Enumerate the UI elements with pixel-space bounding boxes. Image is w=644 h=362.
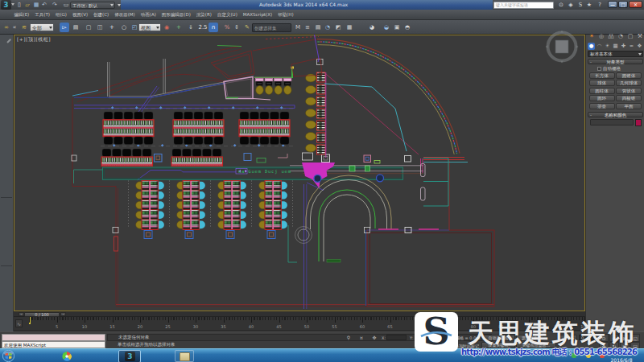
communication-center-icon[interactable]: ◈ xyxy=(567,2,575,9)
mirror-icon[interactable]: M xyxy=(293,23,303,32)
favorites-star-icon[interactable]: ★ xyxy=(585,2,593,9)
x-coordinate-field[interactable] xyxy=(386,335,407,341)
object-color-swatch[interactable] xyxy=(635,119,642,126)
save-icon[interactable]: ▦ xyxy=(33,2,39,8)
menu-item-5[interactable]: 修改器(M) xyxy=(112,10,138,20)
schematic-view-icon[interactable]: ▦ xyxy=(345,23,354,32)
subtab-lights[interactable]: ☀ xyxy=(604,43,611,50)
object-type-button-8[interactable]: 茶壶 xyxy=(589,103,615,109)
kbd-override-icon[interactable]: ⇓ xyxy=(186,23,196,32)
maximize-button[interactable]: ▢ xyxy=(618,1,628,8)
subtab-systems[interactable]: ❖ xyxy=(636,43,643,50)
exchange-icon[interactable]: S xyxy=(576,2,584,9)
app-logo-caret-icon[interactable] xyxy=(11,3,14,6)
time-slider-handle[interactable]: 0 / 100 xyxy=(24,312,60,317)
object-type-button-1[interactable]: 圆锥体 xyxy=(616,72,642,79)
menu-item-7[interactable]: 图形编辑器(D) xyxy=(159,10,193,20)
tab-motion[interactable]: ◔ xyxy=(617,33,625,40)
bind-spacewarp-icon[interactable]: ≋ xyxy=(19,23,29,32)
move-icon[interactable]: + xyxy=(107,23,117,32)
subtab-cameras[interactable]: ▦ xyxy=(612,43,619,50)
menu-item-10[interactable]: MAXScript(X) xyxy=(240,10,275,20)
object-type-button-3[interactable]: 几何球体 xyxy=(616,80,642,86)
menu-item-3[interactable]: 视图(V) xyxy=(70,10,91,20)
previous-frame-button[interactable]: ‹ xyxy=(19,312,24,316)
tab-modify[interactable]: ◎ xyxy=(597,33,605,40)
infocenter-search-input[interactable]: 键入关键字或短语 xyxy=(493,2,554,9)
menu-item-6[interactable]: 动画(A) xyxy=(138,10,159,20)
start-button[interactable] xyxy=(2,350,14,362)
percent-snap-icon[interactable]: % xyxy=(222,23,232,32)
undo-icon[interactable]: ↶ xyxy=(41,2,47,8)
scale-icon[interactable]: ◰ xyxy=(130,23,139,32)
unlink-icon[interactable]: ∝ xyxy=(10,23,19,32)
rect-region-icon[interactable]: ▢ xyxy=(84,23,93,32)
ribbon-icon[interactable]: ◔ xyxy=(323,23,332,32)
select-object-icon[interactable]: ▻ xyxy=(60,23,69,32)
angle-snap-icon[interactable]: ∩ xyxy=(208,23,218,32)
viewcube[interactable] xyxy=(544,29,580,64)
snap-25-icon[interactable]: 2.5 xyxy=(198,23,208,32)
menu-item-1[interactable]: 工具(T) xyxy=(32,10,53,20)
object-type-button-7[interactable]: 四棱锥 xyxy=(616,95,642,101)
menu-item-4[interactable]: 创建(C) xyxy=(91,10,112,20)
object-type-rollout[interactable]: -对象类型 xyxy=(588,59,643,64)
minimize-button[interactable]: — xyxy=(608,1,617,8)
project-folder-icon[interactable]: ▭ xyxy=(63,2,69,8)
subtab-geometry[interactable]: ● xyxy=(588,43,595,50)
object-type-button-9[interactable]: 平面 xyxy=(616,103,642,109)
align-icon[interactable]: ≡ xyxy=(303,23,312,32)
subtab-spacewarps[interactable]: ≈ xyxy=(628,43,635,50)
primitive-category-dropdown[interactable]: 标准基本体 xyxy=(588,51,643,57)
time-slider[interactable]: ‹ 0 / 100 › xyxy=(14,311,585,317)
subtab-helpers[interactable]: ✚ xyxy=(620,43,627,50)
redo-icon[interactable]: ↷ xyxy=(52,2,58,8)
object-type-button-5[interactable]: 管状体 xyxy=(616,88,642,94)
browser-pinwheel-icon[interactable] xyxy=(61,351,72,362)
tab-utilities[interactable]: ⚒ xyxy=(636,33,644,40)
subtab-shapes[interactable]: ◠ xyxy=(596,43,603,50)
tab-hierarchy[interactable]: 品 xyxy=(607,33,615,40)
isolate-selection-icon[interactable]: ⚲ xyxy=(345,335,352,340)
object-type-button-2[interactable]: 球体 xyxy=(589,80,615,86)
tab-create[interactable]: ✶ xyxy=(588,33,596,40)
autogrid-checkbox[interactable]: 自动栅格 xyxy=(597,66,621,72)
render-icon[interactable]: ◓ xyxy=(402,23,412,32)
app-logo-icon[interactable]: 3 xyxy=(1,0,11,10)
object-type-button-0[interactable]: 长方体 xyxy=(589,72,615,79)
help-icon[interactable]: ? xyxy=(596,2,604,9)
next-frame-button[interactable]: › xyxy=(60,312,66,316)
qat-overflow-caret-icon[interactable] xyxy=(118,4,121,6)
new-file-icon[interactable]: ▯ xyxy=(16,2,23,8)
open-file-icon[interactable]: ▱ xyxy=(24,2,31,8)
name-color-rollout[interactable]: -名称和颜色 xyxy=(588,112,643,117)
tab-display[interactable]: ▢ xyxy=(626,33,634,40)
menu-item-0[interactable]: 编辑(E) xyxy=(11,10,32,20)
curve-editor-icon[interactable]: ◩ xyxy=(333,23,343,32)
object-type-button-6[interactable]: 圆环 xyxy=(589,95,615,101)
absolute-mode-icon[interactable]: ✥ xyxy=(371,335,378,340)
mini-curve-editor-button[interactable]: ∿ xyxy=(15,319,23,327)
viewport-layout-tab-strip[interactable] xyxy=(0,35,14,331)
rotate-icon[interactable]: ○ xyxy=(119,23,129,32)
edit-sets-icon[interactable]: ✎ xyxy=(242,23,252,32)
maxscript-mini-recorder[interactable] xyxy=(2,334,105,341)
close-button[interactable]: ✕ xyxy=(629,1,642,8)
pivot-center-icon[interactable]: ◉ xyxy=(162,23,171,32)
maxscript-mini-listener[interactable]: 欢迎使用 MAXScript xyxy=(2,341,105,348)
select-by-name-icon[interactable]: ▤ xyxy=(71,23,80,32)
menu-item-2[interactable]: 组(G) xyxy=(52,10,69,20)
rendered-frame-icon[interactable]: ▣ xyxy=(392,23,402,32)
material-editor-icon[interactable]: ◕ xyxy=(367,23,377,32)
render-setup-icon[interactable]: ◒ xyxy=(382,23,391,32)
manipulate-icon[interactable]: + xyxy=(174,23,184,32)
menu-item-8[interactable]: 渲染(R) xyxy=(193,10,214,20)
taskbar-3dsmax-button[interactable]: 3 xyxy=(118,350,141,362)
named-selection-sets-dropdown[interactable]: 创建选择集 xyxy=(252,23,291,32)
menu-item-9[interactable]: 自定义(U) xyxy=(214,10,240,20)
selection-filter-dropdown[interactable]: 全部 xyxy=(30,23,54,31)
workspace-dropdown[interactable]: 工作区: 默认 xyxy=(70,2,115,9)
reference-coordsys-dropdown[interactable]: 视图 xyxy=(138,23,161,31)
object-name-input[interactable] xyxy=(590,119,634,125)
window-crossing-icon[interactable]: ◫ xyxy=(95,23,105,32)
